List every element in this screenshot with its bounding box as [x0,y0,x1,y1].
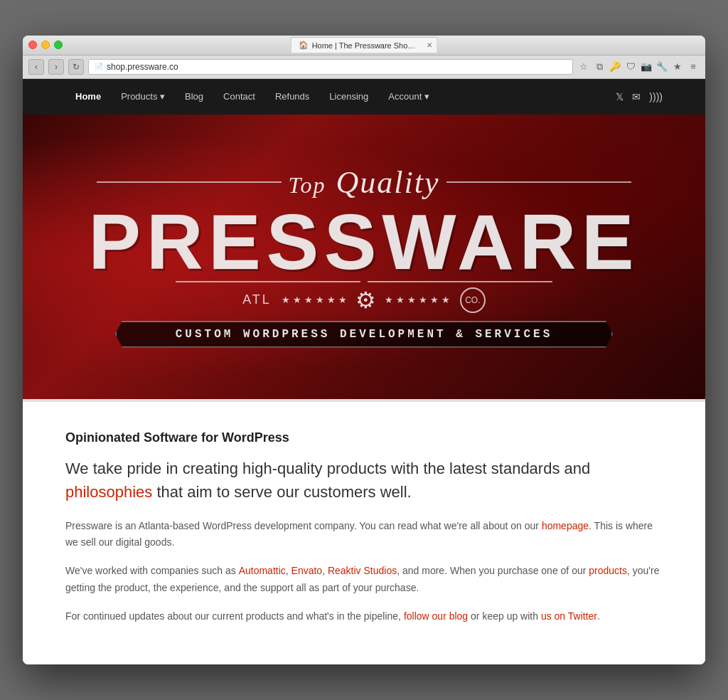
products-link[interactable]: products [589,565,627,576]
url-bar[interactable]: 📄 shop.pressware.co [88,59,573,75]
email-icon[interactable]: ✉ [632,91,641,102]
twitter-icon[interactable]: 𝕏 [616,91,623,102]
star-10: ★ [419,295,427,305]
lead-text: We take pride in creating high-quality p… [65,460,590,477]
nav-licensing-link[interactable]: Licensing [319,80,378,113]
bookmark-icon[interactable]: ☆ [577,60,590,73]
hero-line-right [446,181,631,183]
website-content: Home Products ▾ Blog Contact Refunds [23,79,705,665]
blog-link[interactable]: follow our blog [404,610,468,622]
nav-item-licensing[interactable]: Licensing [319,80,378,113]
window-buttons [28,41,63,49]
reaktiv-link[interactable]: Reaktiv Studios [328,565,397,576]
hero-banner: Top Quality PRESSWARE ATL ★ ★ ★ ★ ★ [23,115,705,399]
star-9: ★ [407,295,416,305]
star-6: ★ [338,295,347,305]
browser-window: 🏠 Home | The Pressware Sho… ✕ ‹ › ↻ 📄 sh… [23,36,705,665]
site-navigation: Home Products ▾ Blog Contact Refunds [23,79,705,115]
hero-top-divider: Top Quality [37,164,691,201]
minimize-button[interactable] [41,41,50,49]
nav-item-home[interactable]: Home [65,80,111,113]
nav-products-link[interactable]: Products ▾ [111,80,175,113]
hero-subtitle-banner: Custom WordPress Development & Services [115,321,613,348]
forward-button[interactable]: › [48,59,64,75]
nav-contact-link[interactable]: Contact [213,80,265,113]
rss-icon[interactable]: )))) [649,91,663,102]
lead-end: that aim to serve our customers well. [152,483,411,501]
para-2: We've worked with companies such as Auto… [65,563,663,597]
title-bar: 🏠 Home | The Pressware Sho… ✕ [23,36,705,55]
philosophies-link[interactable]: philosophies [65,483,152,501]
hero-stars-row: ATL ★ ★ ★ ★ ★ ★ ⚙ ★ ★ ★ ★ ★ ★ CO. [37,287,691,314]
back-button[interactable]: ‹ [28,59,44,75]
star-11: ★ [430,295,439,305]
nav-account-link[interactable]: Account ▾ [378,80,439,113]
tab-favicon: 🏠 [299,41,309,50]
nav-item-products[interactable]: Products ▾ [111,80,175,113]
content-lead-paragraph: We take pride in creating high-quality p… [65,457,663,504]
content-heading: Opinionated Software for WordPress [65,430,663,445]
address-bar: ‹ › ↻ 📄 shop.pressware.co ☆ ⧉ 🔑 🛡 📷 🔧 ★ … [23,55,705,79]
hero-pressware-text: PRESSWARE [37,206,691,277]
shield-icon[interactable]: 🛡 [624,60,637,73]
homepage-link[interactable]: homepage [542,520,589,531]
browser-tab[interactable]: 🏠 Home | The Pressware Sho… ✕ [291,37,438,53]
hero-atl: ATL [242,292,272,307]
refresh-button[interactable]: ↻ [68,59,84,75]
layers-icon[interactable]: ⧉ [593,60,606,73]
hero-subtitle-text: Custom WordPress Development & Services [138,328,590,341]
tab-bar: 🏠 Home | The Pressware Sho… ✕ [291,37,438,53]
star-icon[interactable]: ★ [671,60,684,73]
star-2: ★ [293,295,301,305]
nav-item-contact[interactable]: Contact [213,80,265,113]
star-12: ★ [441,295,450,305]
nav-blog-link[interactable]: Blog [175,80,213,113]
hero-co-badge: CO. [460,287,486,313]
hero-content: Top Quality PRESSWARE ATL ★ ★ ★ ★ ★ [23,130,705,383]
content-section: Opinionated Software for WordPress We ta… [23,399,705,665]
nav-item-account[interactable]: Account ▾ [378,80,439,113]
nav-links: Home Products ▾ Blog Contact Refunds [65,80,439,113]
twitter-link[interactable]: us on Twitter [541,610,597,622]
gear-icon-left: ⚙ [355,287,376,314]
para-3: For continued updates about our current … [65,608,663,625]
automattic-link[interactable]: Automattic [239,565,286,576]
star-8: ★ [396,295,405,305]
nav-refunds-link[interactable]: Refunds [265,80,319,113]
puzzle-icon[interactable]: 🔧 [655,60,668,73]
star-3: ★ [304,295,313,305]
hero-line-left [97,181,282,183]
nav-home-link[interactable]: Home [65,80,111,113]
nav-item-blog[interactable]: Blog [175,80,213,113]
hero-mid-line-left [176,281,360,282]
menu-icon[interactable]: ≡ [687,60,700,73]
tab-title: Home | The Pressware Sho… [312,41,416,50]
address-icons: ☆ ⧉ 🔑 🛡 📷 🔧 ★ ≡ [577,60,700,73]
para-1: Pressware is an Atlanta-based WordPress … [65,518,663,552]
star-1: ★ [282,295,290,305]
star-5: ★ [327,295,336,305]
url-text: shop.pressware.co [107,62,178,72]
star-7: ★ [385,295,393,305]
close-button[interactable] [28,41,37,49]
url-favicon: 📄 [95,63,103,70]
camera-icon[interactable]: 📷 [640,60,653,73]
maximize-button[interactable] [54,41,63,49]
key-icon[interactable]: 🔑 [609,60,621,73]
tab-close-icon[interactable]: ✕ [427,41,432,49]
nav-social: 𝕏 ✉ )))) [616,91,663,102]
nav-item-refunds[interactable]: Refunds [265,80,319,113]
hero-top: Top Quality [289,164,440,201]
envato-link[interactable]: Envato [291,565,323,576]
star-4: ★ [316,295,324,305]
hero-mid-line-right [368,281,552,282]
